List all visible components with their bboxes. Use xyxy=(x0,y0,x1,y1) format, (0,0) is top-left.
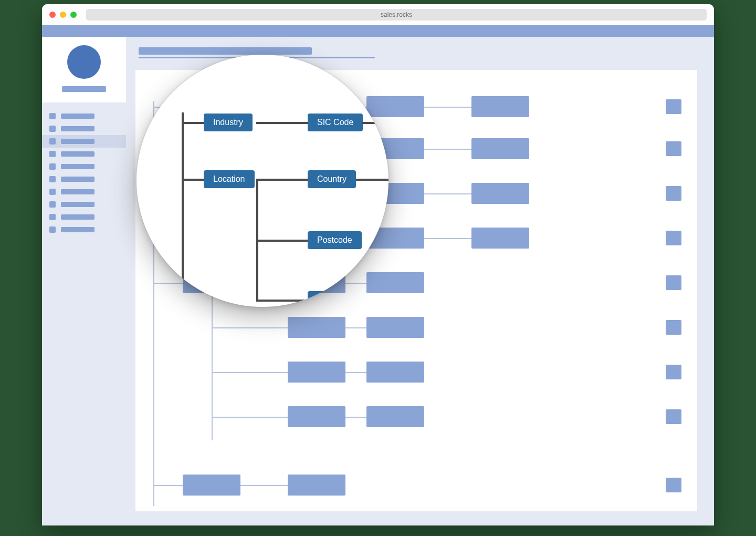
tree-connector xyxy=(212,372,288,373)
lens-connector xyxy=(182,179,205,181)
sidebar-item-icon xyxy=(49,176,56,182)
nav xyxy=(42,102,126,243)
tree-node-placeholder xyxy=(183,475,240,496)
row-action-placeholder[interactable] xyxy=(666,186,681,201)
sidebar xyxy=(42,37,126,525)
tree-connector xyxy=(345,283,366,284)
filter-tag-sic-code[interactable]: SIC Code xyxy=(308,114,363,131)
sidebar-item-icon xyxy=(49,189,56,195)
titlebar: sales.rocks xyxy=(42,4,714,25)
row-action-placeholder[interactable] xyxy=(666,99,681,114)
tree-node-placeholder xyxy=(288,406,345,427)
app-body xyxy=(42,37,714,525)
tree-connector xyxy=(424,238,471,239)
sidebar-item-label-placeholder xyxy=(61,177,94,182)
filter-tag-country[interactable]: Country xyxy=(308,170,356,188)
maximize-icon[interactable] xyxy=(70,12,77,18)
row-action-placeholder[interactable] xyxy=(666,365,681,379)
tree-node-placeholder xyxy=(288,317,345,338)
sidebar-item-label-placeholder xyxy=(61,139,94,144)
tree-node-placeholder xyxy=(366,406,424,427)
close-icon[interactable] xyxy=(49,12,56,18)
tree-node-placeholder xyxy=(471,138,529,159)
sidebar-item[interactable] xyxy=(42,122,126,135)
row-action-placeholder[interactable] xyxy=(666,231,681,245)
filter-tag-industry[interactable]: Industry xyxy=(204,114,253,131)
magnifier-lens: Industry SIC Code Location Country Postc… xyxy=(136,55,388,307)
row-action-placeholder[interactable] xyxy=(666,320,681,335)
sidebar-item-icon xyxy=(49,201,56,208)
page-title-placeholder xyxy=(139,47,312,55)
lens-connector xyxy=(356,179,388,181)
sidebar-item[interactable] xyxy=(42,211,126,223)
tree-node-placeholder xyxy=(366,317,424,338)
tree-connector xyxy=(212,417,288,418)
sidebar-item-icon xyxy=(49,163,56,170)
window-controls xyxy=(49,12,77,18)
sidebar-item-icon xyxy=(49,126,56,132)
tree-node-placeholder xyxy=(288,362,345,383)
filter-tag-location[interactable]: Location xyxy=(204,170,255,188)
lens-connector xyxy=(256,240,309,242)
row-action-placeholder[interactable] xyxy=(666,141,681,156)
tree-node-placeholder xyxy=(366,272,424,293)
sidebar-item-icon xyxy=(49,226,56,233)
tree-connector xyxy=(345,327,366,328)
sidebar-item-label-placeholder xyxy=(61,164,94,169)
minimize-icon[interactable] xyxy=(60,12,66,18)
lens-trunk-line xyxy=(182,112,184,307)
tree-node-placeholder xyxy=(366,362,424,383)
sidebar-item[interactable] xyxy=(42,135,126,148)
sidebar-item-icon xyxy=(49,214,56,220)
tree-node-placeholder xyxy=(471,228,529,249)
app-topbar xyxy=(42,25,714,37)
avatar[interactable] xyxy=(67,45,101,79)
tree-connector xyxy=(345,417,366,418)
sidebar-item-label-placeholder xyxy=(61,114,94,119)
sidebar-item-icon xyxy=(49,138,56,145)
sidebar-item[interactable] xyxy=(42,223,126,236)
address-bar[interactable]: sales.rocks xyxy=(86,9,707,20)
tree-connector xyxy=(424,149,471,150)
sidebar-item-label-placeholder xyxy=(61,126,94,131)
tree-connector xyxy=(345,372,366,373)
browser-window: sales.rocks xyxy=(42,4,714,525)
sidebar-item[interactable] xyxy=(42,110,126,122)
sidebar-item-label-placeholder xyxy=(61,227,94,232)
tree-node-placeholder xyxy=(471,96,529,117)
tree-connector xyxy=(212,327,288,328)
sidebar-item[interactable] xyxy=(42,185,126,198)
address-bar-text: sales.rocks xyxy=(381,11,412,18)
tree-subtrunk-line xyxy=(212,293,213,440)
tree-node-placeholder xyxy=(366,96,424,117)
filter-tag-postcode[interactable]: Postcode xyxy=(308,231,362,249)
sidebar-item[interactable] xyxy=(42,148,126,160)
lens-connector xyxy=(256,122,309,124)
row-action-placeholder[interactable] xyxy=(666,275,681,290)
profile-card xyxy=(42,37,126,102)
sidebar-item-label-placeholder xyxy=(61,151,94,157)
tree-node-placeholder xyxy=(288,475,345,496)
tree-connector xyxy=(424,107,471,108)
lens-connector xyxy=(182,122,205,124)
sidebar-item-label-placeholder xyxy=(61,189,94,194)
row-action-placeholder[interactable] xyxy=(666,409,681,424)
row-action-placeholder[interactable] xyxy=(666,478,681,492)
tree-connector xyxy=(153,283,183,284)
sidebar-item[interactable] xyxy=(42,173,126,185)
tree-connector xyxy=(153,485,183,486)
tree-connector xyxy=(240,485,288,486)
lens-connector xyxy=(256,179,309,181)
sidebar-item-label-placeholder xyxy=(61,214,94,220)
sidebar-item[interactable] xyxy=(42,160,126,173)
tree-node-placeholder xyxy=(471,183,529,204)
sidebar-item[interactable] xyxy=(42,198,126,211)
profile-name-placeholder xyxy=(62,86,106,92)
sidebar-item-icon xyxy=(49,151,56,157)
tree-connector xyxy=(424,193,471,194)
sidebar-item-label-placeholder xyxy=(61,202,94,207)
sidebar-item-icon xyxy=(49,113,56,119)
